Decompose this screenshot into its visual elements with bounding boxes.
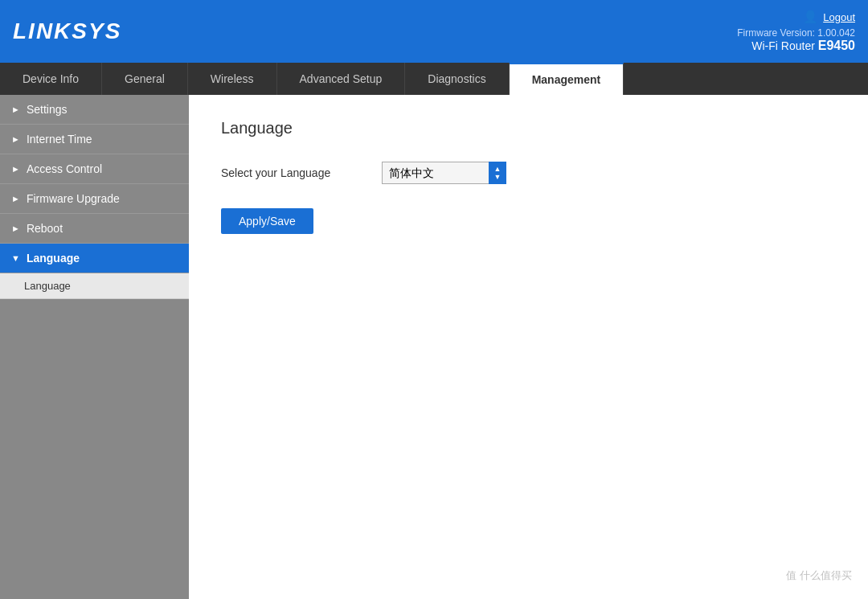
nav-general[interactable]: General: [102, 63, 188, 95]
main-nav: Device Info General Wireless Advanced Se…: [0, 63, 868, 95]
nav-device-info[interactable]: Device Info: [0, 63, 102, 95]
sidebar: ► Settings ► Internet Time ► Access Cont…: [0, 95, 189, 599]
sidebar-sub-language[interactable]: Language: [0, 273, 189, 299]
nav-advanced-setup[interactable]: Advanced Setup: [277, 63, 406, 95]
sidebar-item-internet-time[interactable]: ► Internet Time: [0, 125, 189, 154]
sidebar-label-internet-time: Internet Time: [27, 133, 92, 146]
sidebar-label-settings: Settings: [27, 103, 68, 116]
sidebar-sub-label-language: Language: [24, 280, 71, 292]
arrow-icon: ►: [11, 224, 20, 233]
arrow-icon: ►: [11, 194, 20, 203]
sidebar-label-language: Language: [27, 252, 80, 265]
arrow-icon: ►: [11, 105, 20, 114]
language-form-row: Select your Language 简体中文 English Españo…: [221, 162, 836, 184]
nav-management[interactable]: Management: [510, 63, 624, 95]
watermark: 值 什么值得买: [786, 568, 852, 583]
language-select-wrapper: 简体中文 English Español Français Deutsch 日本…: [382, 162, 506, 184]
logo: LINKSYS: [13, 18, 121, 44]
logout-row: 👤 Logout: [737, 10, 855, 24]
header-right: 👤 Logout Firmware Version: 1.00.042 Wi-F…: [737, 10, 855, 53]
arrow-icon: ►: [11, 134, 20, 144]
sidebar-item-language[interactable]: ▼ Language: [0, 244, 189, 273]
sidebar-item-firmware-upgrade[interactable]: ► Firmware Upgrade: [0, 184, 189, 214]
content-area: Language Select your Language 简体中文 Engli…: [189, 95, 868, 599]
arrow-icon: ▼: [11, 253, 20, 263]
router-model: E9450: [818, 39, 855, 52]
sidebar-label-reboot: Reboot: [27, 222, 63, 235]
sidebar-label-firmware-upgrade: Firmware Upgrade: [27, 192, 120, 205]
router-info: Wi-Fi Router E9450: [737, 39, 855, 53]
page-title: Language: [221, 119, 836, 137]
language-select[interactable]: 简体中文 English Español Français Deutsch 日本…: [382, 162, 506, 184]
nav-diagnostics[interactable]: Diagnostics: [405, 63, 509, 95]
sidebar-item-settings[interactable]: ► Settings: [0, 95, 189, 125]
sidebar-label-access-control: Access Control: [27, 162, 102, 175]
router-label: Wi-Fi Router: [751, 39, 815, 52]
sidebar-item-reboot[interactable]: ► Reboot: [0, 214, 189, 244]
arrow-icon: ►: [11, 164, 20, 174]
header: LINKSYS 👤 Logout Firmware Version: 1.00.…: [0, 0, 868, 63]
logout-icon: 👤: [803, 10, 818, 24]
logout-link[interactable]: Logout: [823, 11, 855, 23]
layout: ► Settings ► Internet Time ► Access Cont…: [0, 95, 868, 599]
firmware-version: Firmware Version: 1.00.042: [737, 27, 855, 39]
apply-save-button[interactable]: Apply/Save: [221, 208, 313, 234]
nav-wireless[interactable]: Wireless: [188, 63, 277, 95]
language-form-label: Select your Language: [221, 166, 382, 179]
sidebar-item-access-control[interactable]: ► Access Control: [0, 154, 189, 184]
